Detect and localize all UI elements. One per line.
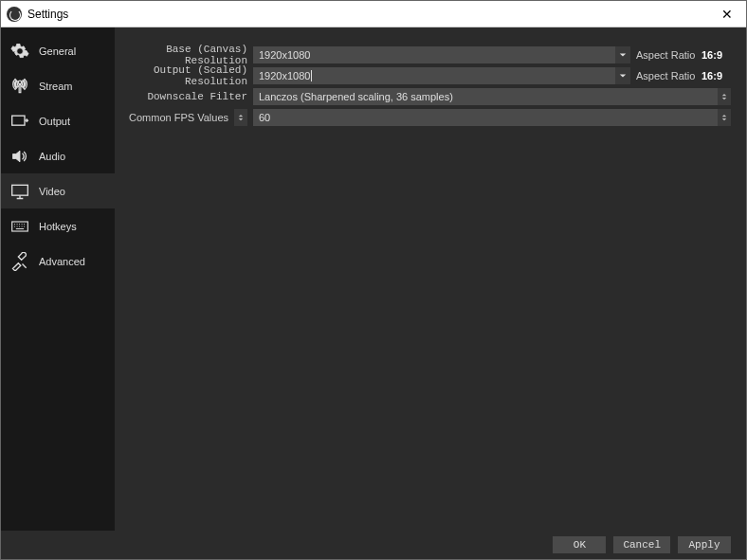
sidebar-item-label: Advanced [39, 256, 85, 267]
close-button[interactable]: ✕ [714, 7, 740, 22]
sidebar-item-advanced[interactable]: Advanced [1, 244, 115, 279]
downscale-filter-label: Downscale Filter [128, 91, 253, 102]
fps-select[interactable]: 60 [253, 109, 718, 126]
app-logo-icon [7, 7, 22, 22]
sidebar-item-label: Audio [39, 151, 65, 162]
antenna-icon [10, 77, 29, 96]
downscale-filter-select[interactable]: Lanczos (Sharpened scaling, 36 samples) [253, 88, 718, 105]
output-resolution-label: Output (Scaled) Resolution [128, 64, 253, 87]
row-base-resolution: Base (Canvas) Resolution 1920x1080 Aspec… [128, 45, 731, 65]
sidebar-item-hotkeys[interactable]: Hotkeys [1, 208, 115, 244]
window-title: Settings [27, 8, 68, 21]
sidebar: General Stream Output Audio [1, 27, 115, 531]
sidebar-item-general[interactable]: General [1, 33, 115, 68]
sidebar-item-label: Stream [39, 81, 72, 92]
svg-rect-1 [12, 185, 28, 195]
row-output-resolution: Output (Scaled) Resolution 1920x1080 Asp… [128, 65, 731, 86]
fps-label: Common FPS Values [129, 112, 228, 123]
gear-icon [10, 42, 29, 61]
output-icon [10, 112, 29, 131]
fps-label-wrap: Common FPS Values [128, 109, 253, 126]
spinner-icon[interactable] [718, 88, 731, 105]
speaker-icon [10, 147, 29, 166]
sidebar-item-label: Output [39, 116, 70, 127]
spinner-icon[interactable] [234, 109, 247, 126]
ok-button[interactable]: OK [553, 536, 606, 553]
chevron-down-icon[interactable] [615, 67, 630, 84]
base-resolution-input[interactable]: 1920x1080 [253, 46, 615, 63]
sidebar-item-audio[interactable]: Audio [1, 138, 115, 173]
row-fps: Common FPS Values 60 [128, 107, 731, 128]
row-downscale-filter: Downscale Filter Lanczos (Sharpened scal… [128, 86, 731, 107]
svg-rect-0 [12, 116, 25, 125]
sidebar-item-label: Video [39, 186, 65, 197]
base-resolution-label: Base (Canvas) Resolution [128, 44, 253, 66]
spinner-icon[interactable] [718, 109, 731, 126]
titlebar: Settings ✕ [1, 1, 746, 27]
output-aspect-ratio: Aspect Ratio 16:9 [630, 70, 731, 82]
settings-window: Settings ✕ General Stream Output [0, 0, 747, 560]
cancel-button[interactable]: Cancel [613, 536, 670, 553]
base-aspect-ratio: Aspect Ratio 16:9 [630, 49, 731, 62]
window-body: General Stream Output Audio [1, 27, 746, 531]
footer: OK Cancel Apply [1, 531, 746, 559]
apply-button[interactable]: Apply [678, 536, 731, 553]
sidebar-item-stream[interactable]: Stream [1, 68, 115, 103]
output-resolution-input[interactable]: 1920x1080 [253, 67, 615, 84]
content-pane: Base (Canvas) Resolution 1920x1080 Aspec… [115, 27, 746, 531]
sidebar-item-video[interactable]: Video [1, 173, 115, 208]
keyboard-icon [10, 217, 29, 236]
monitor-icon [10, 182, 29, 201]
sidebar-item-label: Hotkeys [39, 221, 77, 232]
sidebar-item-output[interactable]: Output [1, 103, 115, 138]
tools-icon [10, 252, 29, 271]
sidebar-item-label: General [39, 45, 76, 57]
chevron-down-icon[interactable] [615, 46, 630, 63]
